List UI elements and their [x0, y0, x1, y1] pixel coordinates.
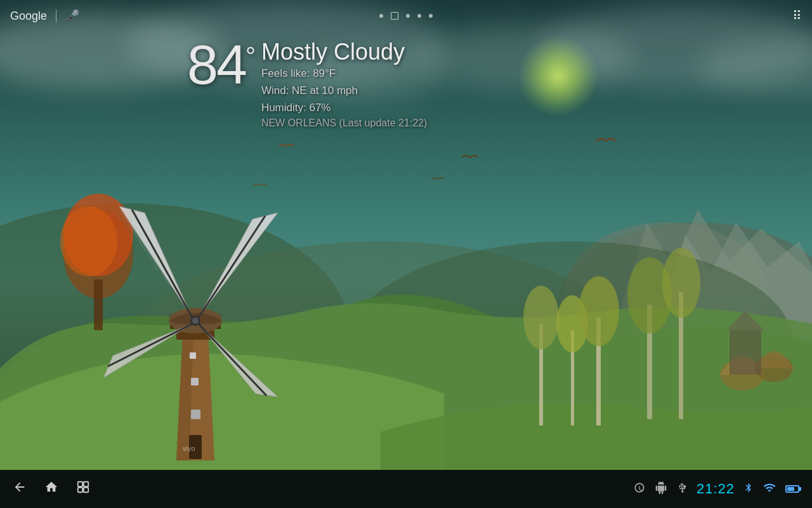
windmill-svg: viyo	[76, 187, 317, 473]
battery-icon	[785, 485, 799, 493]
divider	[56, 10, 56, 22]
svg-point-10	[523, 286, 559, 349]
wind-info: Wind: NE at 10 mph	[261, 82, 427, 99]
svg-rect-47	[84, 482, 88, 486]
page-dot-1[interactable]	[379, 14, 383, 18]
nav-buttons	[13, 480, 90, 498]
svg-rect-49	[84, 488, 88, 492]
svg-rect-21	[730, 330, 761, 375]
usb-icon	[676, 481, 688, 497]
weather-condition: Mostly Cloudy	[261, 39, 427, 65]
svg-rect-25	[191, 378, 199, 385]
temperature-value: 84°	[187, 33, 254, 96]
status-time: 21:22	[697, 481, 735, 497]
temperature-display: 84°	[187, 37, 254, 93]
humidity-info: Humidity: 67%	[261, 99, 427, 116]
grid-icon: ⠿	[792, 9, 802, 23]
svg-line-38	[132, 210, 192, 318]
weather-status-icon	[633, 481, 646, 497]
microphone-icon[interactable]: 🎤	[65, 9, 79, 23]
svg-line-40	[108, 324, 192, 366]
page-dot-4[interactable]	[417, 14, 421, 18]
svg-rect-26	[190, 352, 196, 359]
svg-rect-48	[78, 488, 82, 492]
app-grid-button[interactable]: ⠿	[792, 8, 802, 23]
wifi-icon	[763, 481, 776, 497]
weather-widget[interactable]: 84° Mostly Cloudy Feels like: 89°F Wind:…	[187, 37, 427, 129]
google-area[interactable]: Google 🎤	[10, 9, 79, 23]
top-bar: Google 🎤 ⠿	[0, 0, 812, 32]
status-bar: 21:22	[0, 470, 812, 508]
svg-rect-24	[191, 410, 200, 419]
page-dot-3[interactable]	[406, 14, 410, 18]
page-dots	[379, 12, 433, 20]
status-icons: 21:22	[633, 481, 799, 497]
svg-line-39	[199, 216, 265, 318]
weather-details: Mostly Cloudy Feels like: 89°F Wind: NE …	[261, 39, 427, 129]
android-icon	[655, 481, 667, 497]
home-button[interactable]	[44, 480, 58, 498]
svg-line-42	[126, 213, 183, 302]
page-dot-5[interactable]	[429, 14, 433, 18]
svg-point-37	[192, 318, 199, 324]
recents-button[interactable]	[76, 480, 90, 498]
svg-rect-46	[78, 482, 82, 486]
svg-text:viyo: viyo	[183, 444, 195, 452]
google-logo: Google	[10, 10, 47, 23]
svg-point-18	[662, 248, 700, 318]
back-button[interactable]	[13, 480, 27, 498]
feels-like: Feels like: 89°F	[261, 65, 427, 82]
page-dot-2-active[interactable]	[391, 12, 398, 20]
weather-location: NEW ORLEANS (Last update 21:22)	[261, 117, 427, 129]
bluetooth-icon	[743, 481, 754, 497]
svg-point-14	[579, 276, 619, 346]
